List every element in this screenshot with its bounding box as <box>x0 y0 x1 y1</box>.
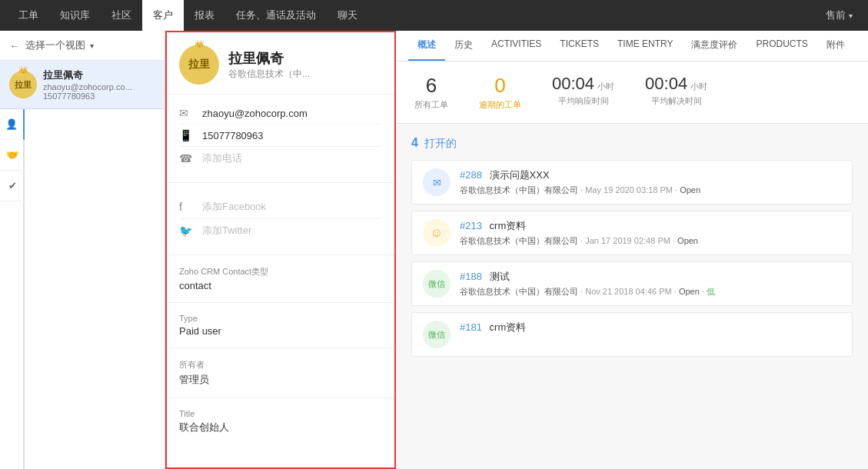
stat-avg-response: 00:04 小时 平均响应时间 <box>552 74 614 111</box>
contact-detail-panel: 👑 拉里 拉里佩奇 谷歌信息技术（中... ✉ zhaoyu@zohocorp.… <box>165 31 396 469</box>
nav-chat[interactable]: 聊天 <box>327 0 368 31</box>
add-phone-row[interactable]: ☎ 添加电话 <box>179 147 382 170</box>
type-label: Type <box>179 314 382 323</box>
avatar: 👑 拉里 <box>9 71 37 98</box>
crm-type-value: contact <box>179 280 382 291</box>
contact-name: 拉里佩奇 <box>228 49 310 68</box>
contact-detail-header: 👑 拉里 拉里佩奇 谷歌信息技术（中... <box>167 32 394 95</box>
ticket-title: #288 演示问题XXX <box>460 168 841 182</box>
ticket-name: 演示问题XXX <box>490 169 550 181</box>
phone-icon: 📱 <box>179 129 195 141</box>
sidebar-icon-strip: 👤 🤝 ✔ <box>0 109 25 469</box>
social-fields: f 添加Facebook 🐦 添加Twitter <box>167 188 394 250</box>
nav-reports[interactable]: 报表 <box>184 0 225 31</box>
back-arrow-icon: ← <box>9 40 19 52</box>
ticket-title: #213 crm资料 <box>460 219 841 233</box>
ticket-body: #188 测试 谷歌信息技术（中国）有限公司 · Nov 21 2018 04:… <box>460 270 841 298</box>
stat-response-label: 平均响应时间 <box>552 95 614 107</box>
tab-activities[interactable]: ACTIVITIES <box>482 31 550 61</box>
ticket-meta: 谷歌信息技术（中国）有限公司 · Nov 21 2018 04:46 PM · … <box>460 286 841 298</box>
crm-type-label: Zoho CRM Contact类型 <box>179 266 382 278</box>
facebook-placeholder: 添加Facebook <box>202 200 266 214</box>
divider-5 <box>167 397 394 398</box>
ticket-meta: 谷歌信息技术（中国）有限公司 · Jan 17 2019 02:48 PM · … <box>460 235 841 247</box>
ticket-status: Open <box>680 185 700 195</box>
tab-tickets[interactable]: TICKETS <box>550 31 608 61</box>
tickets-section: 4 打开的 ✉ #288 演示问题XXX 谷歌信息技术（中国）有限公司 · Ma… <box>396 124 868 469</box>
add-phone-placeholder: 添加电话 <box>202 151 242 165</box>
nav-tickets[interactable]: 工单 <box>8 0 49 31</box>
nav-tasks[interactable]: 任务、通话及活动 <box>225 0 327 31</box>
nav-community[interactable]: 社区 <box>101 0 142 31</box>
nav-customers[interactable]: 客户 <box>142 0 184 31</box>
tab-attachments[interactable]: 附件 <box>817 31 854 61</box>
ticket-company: 谷歌信息技术（中国）有限公司 <box>460 236 578 245</box>
stat-all-value: 6 <box>414 74 448 98</box>
sidebar-contact-info: 拉里佩奇 zhaoyu@zohocorp.co... 15077780963 <box>43 68 155 101</box>
ticket-item[interactable]: ✉ #288 演示问题XXX 谷歌信息技术（中国）有限公司 · May 19 2… <box>411 160 853 205</box>
crown-icon: 👑 <box>18 66 28 75</box>
ticket-body: #181 crm资料 <box>460 321 841 337</box>
tab-time-entry[interactable]: TIME ENTRY <box>608 31 682 61</box>
ticket-item[interactable]: 微信 #188 测试 谷歌信息技术（中国）有限公司 · Nov 21 2018 … <box>411 261 853 306</box>
stat-overdue-label: 逾期的工单 <box>479 99 521 111</box>
sidebar-contact-name: 拉里佩奇 <box>43 68 155 82</box>
ticket-status: Open <box>677 236 698 245</box>
email-icon: ✉ <box>179 107 195 119</box>
ticket-item[interactable]: ☺ #213 crm资料 谷歌信息技术（中国）有限公司 · Jan 17 201… <box>411 211 853 255</box>
top-navigation: 工单 知识库 社区 客户 报表 任务、通话及活动 聊天 售前 ▾ <box>0 0 868 31</box>
tab-satisfaction[interactable]: 满意度评价 <box>682 31 747 61</box>
nav-right-label: 售前 <box>826 8 846 22</box>
tab-products[interactable]: PRODUCTS <box>747 31 816 61</box>
section-count: 4 <box>411 136 418 149</box>
ticket-company: 谷歌信息技术（中国）有限公司 <box>460 185 578 195</box>
divider-3 <box>167 302 394 303</box>
divider-4 <box>167 348 394 348</box>
title-value: 联合创始人 <box>179 421 382 434</box>
nav-knowledge[interactable]: 知识库 <box>49 0 101 31</box>
sidebar-icon-handshake[interactable]: 🤝 <box>0 140 25 171</box>
phone-field-row: 📱 15077780963 <box>179 125 382 147</box>
twitter-icon: 🐦 <box>179 225 195 237</box>
email-value: zhaoyu@zohocorp.com <box>202 108 308 119</box>
ticket-title: #188 测试 <box>460 270 841 284</box>
ticket-meta: 谷歌信息技术（中国）有限公司 · May 19 2020 03:18 PM · … <box>460 185 841 196</box>
nav-right-menu[interactable]: 售前 ▾ <box>818 8 860 22</box>
owner-label: 所有者 <box>179 359 382 371</box>
stat-avg-resolve: 00:04 小时 平均解决时间 <box>645 74 707 111</box>
facebook-field-row[interactable]: f 添加Facebook <box>179 195 382 219</box>
ticket-body: #288 演示问题XXX 谷歌信息技术（中国）有限公司 · May 19 202… <box>460 168 841 196</box>
twitter-field-row[interactable]: 🐦 添加Twitter <box>179 219 382 242</box>
sidebar-icon-person[interactable]: 👤 <box>0 109 25 140</box>
section-title: 4 打开的 <box>411 136 853 151</box>
title-group: Title 联合创始人 <box>167 403 394 441</box>
tab-overview[interactable]: 概述 <box>408 31 445 61</box>
contact-avatar: 👑 拉里 <box>179 45 219 85</box>
ticket-title: #181 crm资料 <box>460 321 841 334</box>
stat-resolve-value: 00:04 <box>645 74 687 94</box>
ticket-channel-icon: 微信 <box>423 270 451 298</box>
tab-history[interactable]: 历史 <box>445 31 482 61</box>
stat-overdue-tickets: 0 逾期的工单 <box>479 74 521 111</box>
right-panel: 概述 历史 ACTIVITIES TICKETS TIME ENTRY 满意度评… <box>396 31 868 469</box>
contact-fields: ✉ zhaoyu@zohocorp.com 📱 15077780963 ☎ 添加… <box>167 95 394 178</box>
sidebar-icon-check[interactable]: ✔ <box>0 171 25 201</box>
stat-all-tickets: 6 所有工单 <box>414 74 448 111</box>
ticket-name: crm资料 <box>490 220 527 231</box>
sidebar-contact-email: zhaoyu@zohocorp.co... <box>43 82 155 91</box>
ticket-item[interactable]: 微信 #181 crm资料 <box>411 312 853 357</box>
type-value: Paid user <box>179 325 382 337</box>
section-title-text: 打开的 <box>424 137 457 149</box>
ticket-date: Jan 17 2019 02:48 PM <box>585 236 670 245</box>
ticket-id: #188 <box>460 271 482 282</box>
type-group: Type Paid user <box>167 308 394 343</box>
sidebar-view-label: 选择一个视图 <box>25 38 85 52</box>
stat-resolve-label: 平均解决时间 <box>645 95 707 107</box>
ticket-channel-icon: ☺ <box>423 219 451 247</box>
facebook-icon: f <box>179 201 195 213</box>
sidebar-contact-card[interactable]: 👑 拉里 拉里佩奇 zhaoyu@zohocorp.co... 15077780… <box>0 61 165 109</box>
sidebar-header[interactable]: ← 选择一个视图 ▾ <box>0 31 165 61</box>
divider-1 <box>167 182 394 183</box>
stat-all-label: 所有工单 <box>414 99 448 111</box>
ticket-status: Open <box>679 287 700 296</box>
